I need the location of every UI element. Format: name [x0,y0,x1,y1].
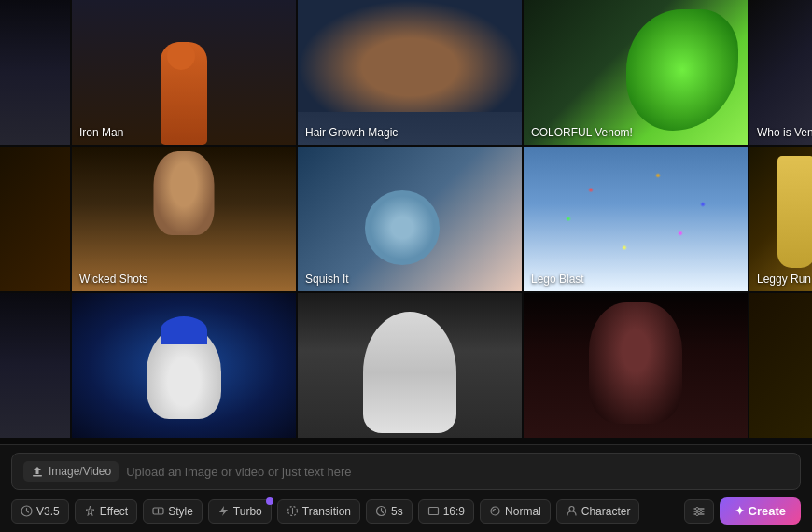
thumb-street[interactable] [0,293,70,438]
turbo-button[interactable]: Turbo [208,499,272,524]
character-button[interactable]: Character [556,499,640,524]
effect-icon [84,505,96,517]
thumb-partial-left-1[interactable] [0,0,70,145]
ratio-button[interactable]: 16:9 [418,499,474,524]
thumb-legoblast[interactable]: Lego Blast [524,147,748,291]
input-area[interactable]: Image/Video Upload an image or video or … [11,453,801,490]
style-icon [152,505,164,517]
svg-point-8 [699,510,702,512]
upload-icon [31,465,44,478]
transition-icon [287,505,299,517]
thumb-hairgrowth[interactable]: Hair Growth Magic [298,0,522,145]
svg-point-6 [569,507,574,511]
svg-point-7 [695,507,698,510]
svg-rect-0 [33,475,42,477]
thumb-zombie[interactable] [524,293,748,438]
thumb-squishit[interactable]: Squish It [298,147,522,291]
thumb-hairgrowth-label: Hair Growth Magic [305,126,398,139]
input-placeholder-text: Upload an image or video or just text he… [126,465,789,479]
quality-icon [489,505,501,517]
version-label: V3.5 [36,505,60,518]
character-icon [566,505,578,517]
thumb-ironman[interactable]: Iron Man [72,0,296,145]
turbo-label: Turbo [233,505,262,518]
character-label: Character [581,505,631,518]
thumb-venom-label: COLORFUL Venom! [531,126,633,139]
turbo-icon [217,505,230,517]
thumb-squishit-label: Squish It [305,273,349,286]
video-grid: Iron Man Hair Growth Magic COLORFUL Veno… [0,0,812,438]
quality-label: Normal [505,505,541,518]
transition-button[interactable]: Transition [277,499,360,524]
duration-label: 5s [391,505,403,518]
thumb-toilet[interactable] [298,293,522,438]
ratio-icon [427,505,440,517]
effect-button[interactable]: Effect [75,499,137,524]
thumb-partial-right-3[interactable] [749,293,812,438]
duration-icon [375,505,387,517]
settings-button[interactable] [684,499,714,524]
thumb-leggyrun-label: Leggy Run [757,273,811,286]
transition-label: Transition [302,505,351,518]
thumb-ironman-label: Iron Man [79,126,123,139]
thumb-whoisvenom[interactable]: Who is Venom? [749,0,812,145]
create-label: ✦ Create [735,504,786,518]
thumb-wickedshots-label: Wicked Shots [79,273,147,286]
svg-rect-5 [428,508,438,515]
bottom-toolbar: Image/Video Upload an image or video or … [0,444,812,532]
toolbar-controls: V3.5 Effect Style Turbo [11,497,801,525]
duration-button[interactable]: 5s [366,499,413,524]
thumb-partial-left-2[interactable] [0,147,70,291]
settings-icon [693,505,706,518]
thumb-rabbit[interactable] [72,293,296,438]
ratio-label: 16:9 [443,505,465,518]
version-icon [21,505,33,517]
turbo-dot [266,497,273,505]
upload-button[interactable]: Image/Video [23,461,119,482]
version-button[interactable]: V3.5 [11,499,69,524]
effect-label: Effect [100,505,128,518]
thumb-legoblast-label: Lego Blast [531,273,584,286]
create-button[interactable]: ✦ Create [720,497,801,525]
thumb-venom[interactable]: COLORFUL Venom! [524,0,748,145]
upload-label: Image/Video [49,465,111,478]
thumb-whoisvenom-label: Who is Venom? [757,126,812,139]
svg-point-9 [695,512,698,515]
thumb-wickedshots[interactable]: Wicked Shots [72,147,296,291]
style-label: Style [168,505,193,518]
thumb-leggyrun[interactable]: Leggy Run [749,147,812,291]
quality-button[interactable]: Normal [480,499,551,524]
style-button[interactable]: Style [143,499,203,524]
